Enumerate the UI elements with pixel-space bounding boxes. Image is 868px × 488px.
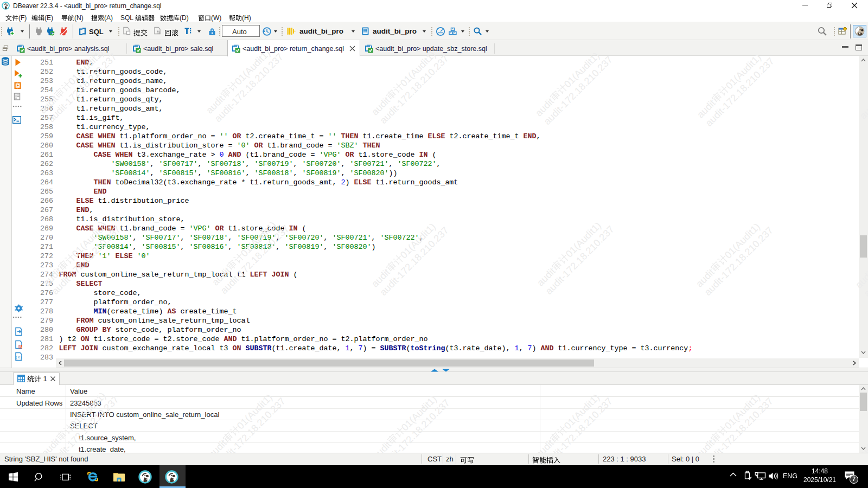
svg-text:(x): (x): [15, 355, 22, 359]
svg-text:B: B: [19, 345, 22, 349]
